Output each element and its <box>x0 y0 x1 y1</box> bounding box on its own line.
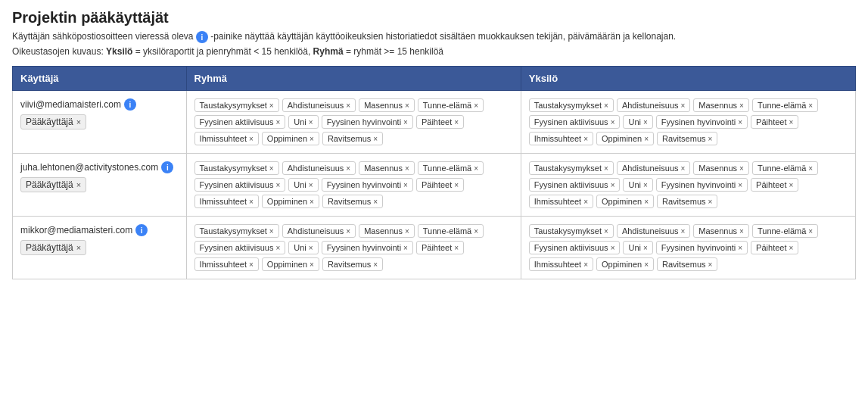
tag: Tunne-elämä× <box>418 224 484 238</box>
user-info-icon[interactable]: i <box>135 224 148 236</box>
remove-tag-button[interactable]: × <box>474 164 478 173</box>
remove-tag-button[interactable]: × <box>808 164 813 173</box>
remove-tag-button[interactable]: × <box>346 101 350 110</box>
remove-tag-button[interactable]: × <box>269 164 274 173</box>
user-info-icon[interactable]: i <box>124 98 136 111</box>
remove-role-button[interactable]: × <box>76 180 81 189</box>
column-header-yksilö: Yksilö <box>521 67 855 91</box>
yksilo-cell: Taustakysymykset×Ahdistuneisuus×Masennus… <box>521 217 855 279</box>
remove-tag-button[interactable]: × <box>681 101 686 110</box>
remove-tag-button[interactable]: × <box>611 244 615 252</box>
remove-tag-button[interactable]: × <box>611 118 615 126</box>
remove-tag-button[interactable]: × <box>583 135 588 143</box>
remove-tag-button[interactable]: × <box>583 260 588 269</box>
remove-tag-button[interactable]: × <box>808 227 813 235</box>
info-icon-header[interactable]: i <box>196 31 208 43</box>
remove-tag-button[interactable]: × <box>346 227 350 235</box>
remove-tag-button[interactable]: × <box>373 135 378 143</box>
tag: Masennus× <box>359 98 415 112</box>
remove-tag-button[interactable]: × <box>275 118 280 126</box>
remove-tag-button[interactable]: × <box>643 244 648 252</box>
remove-tag-button[interactable]: × <box>474 227 478 235</box>
remove-tag-button[interactable]: × <box>643 118 648 126</box>
user-info-icon[interactable]: i <box>161 161 173 173</box>
remove-tag-button[interactable]: × <box>738 244 742 252</box>
tag: Taustakysymykset× <box>194 161 279 175</box>
remove-tag-button[interactable]: × <box>604 164 608 173</box>
remove-tag-button[interactable]: × <box>583 198 588 206</box>
remove-tag-button[interactable]: × <box>403 181 408 189</box>
remove-tag-button[interactable]: × <box>681 164 686 173</box>
tag: Oppiminen× <box>262 132 319 145</box>
remove-tag-button[interactable]: × <box>738 118 742 126</box>
remove-tag-button[interactable]: × <box>789 244 793 252</box>
tag-label: Ahdistuneisuus <box>288 101 344 110</box>
tag-label: Fyysinen hyvinvointi <box>661 180 736 189</box>
remove-role-button[interactable]: × <box>76 243 81 252</box>
remove-tag-button[interactable]: × <box>739 101 744 110</box>
remove-tag-button[interactable]: × <box>403 244 408 252</box>
remove-tag-button[interactable]: × <box>249 260 254 269</box>
remove-tag-button[interactable]: × <box>739 164 744 173</box>
remove-tag-button[interactable]: × <box>789 118 793 126</box>
remove-tag-button[interactable]: × <box>808 101 813 110</box>
tag: Taustakysymykset× <box>529 98 614 112</box>
tag: Uni× <box>623 178 652 192</box>
ryhma-tags: Taustakysymykset×Ahdistuneisuus×Masennus… <box>194 161 513 208</box>
remove-tag-button[interactable]: × <box>681 227 686 235</box>
remove-tag-button[interactable]: × <box>644 135 649 143</box>
tag: Päihteet× <box>416 178 464 192</box>
tag-label: Masennus <box>698 164 737 173</box>
remove-tag-button[interactable]: × <box>309 118 313 126</box>
tag-label: Päihteet <box>422 243 452 252</box>
remove-tag-button[interactable]: × <box>789 181 793 189</box>
remove-tag-button[interactable]: × <box>269 101 274 110</box>
remove-tag-button[interactable]: × <box>644 198 649 206</box>
tag-label: Ravitsemus <box>328 260 371 269</box>
ryhma-cell: Taustakysymykset×Ahdistuneisuus×Masennus… <box>186 154 521 217</box>
remove-tag-button[interactable]: × <box>346 164 350 173</box>
tag-label: Tunne-elämä <box>758 101 806 110</box>
remove-tag-button[interactable]: × <box>611 181 615 189</box>
tag-label: Tunne-elämä <box>758 164 806 173</box>
remove-tag-button[interactable]: × <box>249 135 254 143</box>
remove-tag-button[interactable]: × <box>604 101 608 110</box>
user-cell: juha.lehtonen@activitystones.comiPääkäyt… <box>13 154 187 217</box>
remove-tag-button[interactable]: × <box>708 198 713 206</box>
remove-role-button[interactable]: × <box>76 117 81 126</box>
remove-tag-button[interactable]: × <box>310 135 314 143</box>
remove-tag-button[interactable]: × <box>249 198 254 206</box>
remove-tag-button[interactable]: × <box>738 181 742 189</box>
remove-tag-button[interactable]: × <box>275 244 280 252</box>
remove-tag-button[interactable]: × <box>373 198 378 206</box>
tag-label: Oppiminen <box>602 260 642 269</box>
tag: Tunne-elämä× <box>752 98 818 112</box>
tag-label: Ihmissuhteet <box>534 134 581 143</box>
tag-label: Päihteet <box>422 180 452 189</box>
remove-tag-button[interactable]: × <box>405 101 409 110</box>
remove-tag-button[interactable]: × <box>403 118 408 126</box>
remove-tag-button[interactable]: × <box>405 227 409 235</box>
remove-tag-button[interactable]: × <box>373 260 378 269</box>
remove-tag-button[interactable]: × <box>275 181 280 189</box>
remove-tag-button[interactable]: × <box>454 118 459 126</box>
remove-tag-button[interactable]: × <box>269 227 274 235</box>
remove-tag-button[interactable]: × <box>474 101 478 110</box>
remove-tag-button[interactable]: × <box>739 227 744 235</box>
remove-tag-button[interactable]: × <box>604 227 608 235</box>
remove-tag-button[interactable]: × <box>454 181 459 189</box>
remove-tag-button[interactable]: × <box>405 164 409 173</box>
remove-tag-button[interactable]: × <box>310 198 314 206</box>
remove-tag-button[interactable]: × <box>310 260 314 269</box>
remove-tag-button[interactable]: × <box>454 244 459 252</box>
tag-label: Oppiminen <box>602 197 642 206</box>
remove-tag-button[interactable]: × <box>643 181 648 189</box>
remove-tag-button[interactable]: × <box>708 135 713 143</box>
tag-label: Ravitsemus <box>328 134 371 143</box>
tag-label: Uni <box>628 180 641 189</box>
remove-tag-button[interactable]: × <box>644 260 649 269</box>
remove-tag-button[interactable]: × <box>708 260 713 269</box>
remove-tag-button[interactable]: × <box>309 244 313 252</box>
tag: Oppiminen× <box>596 132 654 145</box>
remove-tag-button[interactable]: × <box>309 181 313 189</box>
